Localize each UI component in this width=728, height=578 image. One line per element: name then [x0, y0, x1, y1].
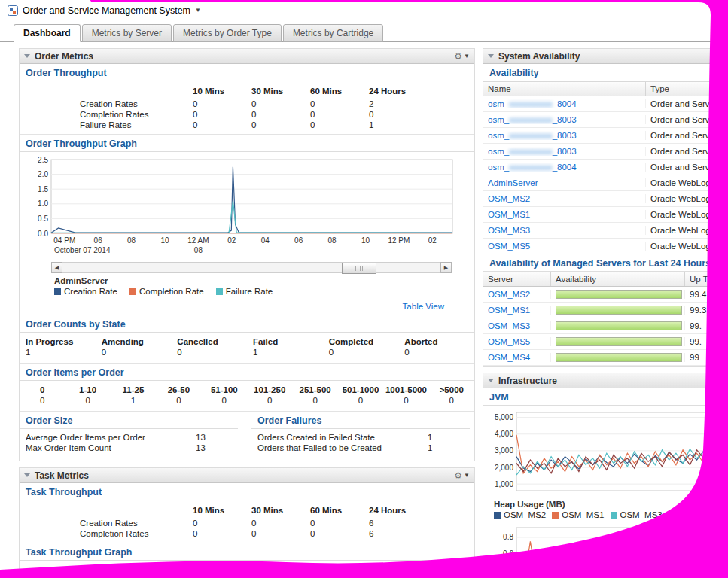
target-link[interactable]: OSM_MS5 [488, 242, 530, 251]
legend-swatch-icon [54, 288, 61, 295]
table-row: OSM_MS599. [483, 334, 727, 350]
table-view-link[interactable]: Table View [403, 302, 444, 311]
legend-item: Completion Rate [129, 287, 204, 296]
legend-label: Creation Rate [64, 287, 117, 296]
collapse-triangle-icon[interactable] [24, 54, 30, 58]
server-name-cell[interactable]: OSM_MS2 [483, 290, 551, 299]
metric-value: 0 [292, 396, 337, 407]
panel-title: Order Metrics [35, 51, 449, 62]
chart-scrollbar[interactable]: ◀ ▶ [51, 262, 452, 273]
column-header[interactable]: Name [483, 82, 646, 96]
table-row: OSM_MS499 [483, 350, 727, 366]
server-link[interactable]: OSM_MS4 [488, 353, 530, 362]
panel-menu-gear-icon[interactable]: ⚙▼ [454, 470, 470, 481]
server-name-cell[interactable]: OSM_MS1 [483, 306, 551, 315]
order-metrics-body: Order Throughput 10 Mins30 Mins60 Mins24… [20, 64, 474, 461]
collapse-triangle-icon[interactable] [488, 379, 494, 382]
tab-metrics-by-cartridge[interactable]: Metrics by Cartridge [283, 24, 383, 42]
panel-menu-gear-icon[interactable]: ⚙▼ [454, 51, 470, 62]
metric-value: 0 [383, 396, 428, 407]
order-size-heading: Order Size [20, 412, 238, 429]
tab-metrics-by-server[interactable]: Metrics by Server [82, 24, 172, 42]
tab-bar: Dashboard Metrics by Server Metrics by O… [0, 20, 728, 42]
panel-title: System Availability [498, 51, 723, 62]
target-name-cell[interactable]: osm_xxxxxxxxxx_8003 [483, 131, 646, 140]
target-link[interactable]: OSM_MS3 [488, 226, 530, 235]
server-name-cell[interactable]: OSM_MS4 [483, 353, 551, 362]
heap-legend: OSM_MS2OSM_MS1OSM_MS3OSM [483, 509, 727, 521]
svg-text:04 PM: 04 PM [53, 236, 75, 245]
collapse-triangle-icon[interactable] [24, 473, 30, 477]
jvm-secondary-chart: 0.80.60.40.2 [488, 524, 714, 578]
redacted-name: xxxxxxxxxx [509, 131, 553, 140]
metric-value: 0 [398, 348, 474, 359]
target-link[interactable]: osm_xxxxxxxxxx_8003 [488, 147, 577, 156]
column-header[interactable]: Availability [551, 272, 685, 286]
tab-dashboard[interactable]: Dashboard [14, 24, 81, 42]
row-label: Completion Rates [20, 528, 191, 539]
target-name-cell[interactable]: osm_xxxxxxxxxx_8004 [483, 163, 646, 172]
scroll-left-arrow-icon[interactable]: ◀ [51, 262, 62, 273]
redacted-name: xxxxxxxxxx [509, 99, 553, 108]
target-link[interactable]: osm_xxxxxxxxxx_8003 [488, 115, 577, 124]
column-header[interactable]: Type [646, 82, 727, 96]
column-header: 26-50 [156, 382, 201, 396]
tab-metrics-by-order-type[interactable]: Metrics by Order Type [173, 24, 282, 42]
target-link[interactable]: osm_xxxxxxxxxx_8003 [488, 131, 577, 140]
server-link[interactable]: OSM_MS1 [488, 306, 530, 315]
server-name-cell[interactable]: OSM_MS5 [483, 337, 551, 346]
task-metrics-panel-header[interactable]: Task Metrics ⚙▼ [20, 468, 474, 483]
column-header: 51-100 [202, 382, 247, 396]
target-link[interactable]: osm_xxxxxxxxxx_8004 [488, 163, 577, 172]
order-throughput-graph-heading: Order Throughput Graph [20, 135, 474, 152]
legend-item: Failure Rate [216, 287, 273, 296]
svg-text:2,000: 2,000 [495, 464, 513, 472]
server-link[interactable]: OSM_MS5 [488, 337, 530, 346]
scrollbar-track[interactable] [62, 262, 440, 273]
legend-item: OSM [669, 510, 698, 519]
target-name-cell[interactable]: osm_xxxxxxxxxx_8004 [483, 99, 646, 108]
column-header[interactable]: Server [483, 272, 551, 286]
order-metrics-panel-header[interactable]: Order Metrics ⚙▼ [20, 49, 474, 64]
availability-table-body: osm_xxxxxxxxxx_8004Order and Service Mao… [483, 96, 727, 254]
target-type-cell: Order and Service Ma [646, 147, 727, 156]
svg-text:02: 02 [428, 236, 437, 245]
target-link[interactable]: AdminServer [488, 178, 538, 187]
availability-bar-cell [551, 321, 685, 330]
heap-chart-wrap: 5,0004,0003,0002,0001,000 [483, 406, 727, 497]
metric-value: 0 [309, 528, 367, 539]
target-type-cell: Oracle WebLogic Serv [646, 178, 727, 187]
svg-text:02: 02 [227, 236, 236, 245]
chart-series-title: AdminServer [20, 275, 474, 285]
column-header[interactable]: Up Ti [685, 272, 727, 286]
target-name-cell[interactable]: osm_xxxxxxxxxx_8003 [483, 147, 646, 156]
legend-swatch-icon [552, 512, 559, 519]
scroll-right-arrow-icon[interactable]: ▶ [440, 262, 452, 273]
collapse-triangle-icon[interactable] [488, 54, 494, 58]
availability-bar-cell [551, 290, 685, 299]
svg-text:0.8: 0.8 [503, 533, 513, 541]
legend-label: OSM [678, 510, 698, 519]
target-name-cell[interactable]: OSM_MS5 [483, 242, 646, 251]
metric-value: 1 [367, 120, 426, 130]
target-link[interactable]: OSM_MS2 [488, 194, 530, 203]
svg-text:0.0: 0.0 [38, 230, 48, 238]
table-row: osm_xxxxxxxxxx_8004Order and Service Ma [483, 96, 727, 112]
app-titlebar: Order and Service Management System ▼ [0, 0, 728, 20]
server-link[interactable]: OSM_MS2 [488, 290, 530, 299]
scrollbar-thumb[interactable] [342, 263, 376, 274]
system-availability-panel-header[interactable]: System Availability [483, 49, 727, 64]
target-name-cell[interactable]: OSM_MS1 [483, 210, 646, 219]
server-link[interactable]: OSM_MS3 [488, 321, 530, 330]
target-link[interactable]: OSM_MS1 [488, 210, 530, 219]
target-link[interactable]: osm_xxxxxxxxxx_8004 [488, 99, 577, 108]
target-name-cell[interactable]: osm_xxxxxxxxxx_8003 [483, 115, 646, 124]
infrastructure-panel-header[interactable]: Infrastructure [483, 373, 727, 388]
stat-value: 13 [196, 443, 232, 453]
target-name-cell[interactable]: OSM_MS2 [483, 194, 646, 203]
server-name-cell[interactable]: OSM_MS3 [483, 321, 551, 330]
target-name-cell[interactable]: OSM_MS3 [483, 226, 646, 235]
target-name-cell[interactable]: AdminServer [483, 178, 646, 187]
task-throughput-chart: 86420 [24, 564, 457, 578]
app-menu-caret-icon[interactable]: ▼ [195, 7, 201, 14]
